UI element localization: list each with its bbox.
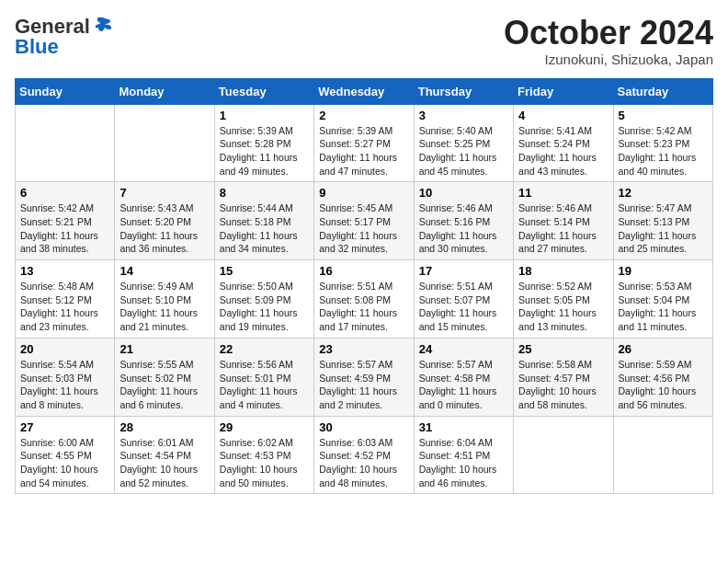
day-info: Sunrise: 5:47 AM Sunset: 5:13 PM Dayligh… — [619, 201, 708, 256]
sunrise-text: Sunrise: 5:45 AM — [319, 202, 392, 213]
daylight-text: Daylight: 10 hours and 58 minutes. — [518, 385, 597, 410]
day-number: 27 — [20, 420, 109, 434]
day-number: 25 — [518, 342, 608, 356]
table-row — [16, 104, 115, 182]
day-number: 6 — [20, 186, 109, 200]
sunset-text: Sunset: 5:10 PM — [119, 294, 191, 305]
sunrise-text: Sunrise: 5:56 AM — [220, 359, 293, 370]
day-info: Sunrise: 5:58 AM Sunset: 4:57 PM Dayligh… — [518, 358, 608, 412]
table-row — [613, 416, 712, 494]
sunrise-text: Sunrise: 6:04 AM — [419, 437, 493, 448]
sunrise-text: Sunrise: 5:42 AM — [20, 202, 94, 213]
daylight-text: Daylight: 11 hours and 15 minutes. — [419, 307, 497, 332]
day-number: 3 — [419, 109, 508, 122]
day-info: Sunrise: 5:50 AM Sunset: 5:09 PM Dayligh… — [220, 280, 309, 334]
sunset-text: Sunset: 4:53 PM — [220, 450, 291, 461]
day-info: Sunrise: 5:45 AM Sunset: 5:17 PM Dayligh… — [319, 201, 408, 256]
daylight-text: Daylight: 11 hours and 23 minutes. — [20, 307, 98, 332]
sunset-text: Sunset: 4:56 PM — [619, 373, 690, 384]
sunset-text: Sunset: 5:24 PM — [518, 138, 590, 149]
table-row: 9 Sunrise: 5:45 AM Sunset: 5:17 PM Dayli… — [314, 182, 414, 260]
day-info: Sunrise: 5:57 AM Sunset: 4:58 PM Dayligh… — [419, 358, 508, 412]
sunset-text: Sunset: 4:59 PM — [319, 373, 391, 384]
sunset-text: Sunset: 4:54 PM — [119, 450, 191, 461]
day-number: 19 — [619, 264, 708, 278]
sunrise-text: Sunrise: 5:42 AM — [619, 125, 692, 136]
table-row: 14 Sunrise: 5:49 AM Sunset: 5:10 PM Dayl… — [115, 260, 214, 339]
logo-blue-text: Blue — [15, 35, 59, 59]
logo: General Blue — [15, 15, 112, 59]
col-thursday: Thursday — [414, 78, 513, 104]
calendar-header-row: Sunday Monday Tuesday Wednesday Thursday… — [16, 78, 713, 104]
table-row: 15 Sunrise: 5:50 AM Sunset: 5:09 PM Dayl… — [214, 260, 313, 339]
sunset-text: Sunset: 5:28 PM — [220, 138, 291, 149]
table-row: 11 Sunrise: 5:46 AM Sunset: 5:14 PM Dayl… — [514, 182, 613, 260]
col-friday: Friday — [514, 78, 613, 104]
table-row: 3 Sunrise: 5:40 AM Sunset: 5:25 PM Dayli… — [414, 104, 513, 182]
day-info: Sunrise: 5:49 AM Sunset: 5:10 PM Dayligh… — [119, 280, 209, 334]
sunrise-text: Sunrise: 5:52 AM — [518, 281, 592, 292]
sunrise-text: Sunrise: 5:55 AM — [119, 359, 193, 370]
daylight-text: Daylight: 10 hours and 56 minutes. — [619, 385, 697, 410]
daylight-text: Daylight: 11 hours and 32 minutes. — [319, 230, 397, 255]
day-info: Sunrise: 5:56 AM Sunset: 5:01 PM Dayligh… — [220, 358, 309, 412]
daylight-text: Daylight: 11 hours and 34 minutes. — [220, 230, 298, 255]
sunrise-text: Sunrise: 6:02 AM — [220, 437, 293, 448]
sunrise-text: Sunrise: 5:57 AM — [319, 359, 392, 370]
sunset-text: Sunset: 5:12 PM — [20, 294, 92, 305]
page-header: General Blue October 2024 Izunokuni, Shi… — [15, 15, 713, 67]
day-info: Sunrise: 5:51 AM Sunset: 5:07 PM Dayligh… — [419, 280, 508, 334]
sunset-text: Sunset: 5:01 PM — [220, 373, 291, 384]
sunset-text: Sunset: 5:25 PM — [419, 138, 491, 149]
daylight-text: Daylight: 11 hours and 13 minutes. — [518, 307, 597, 332]
table-row — [115, 104, 214, 182]
daylight-text: Daylight: 11 hours and 11 minutes. — [619, 307, 697, 332]
day-info: Sunrise: 5:52 AM Sunset: 5:05 PM Dayligh… — [518, 280, 608, 334]
daylight-text: Daylight: 11 hours and 4 minutes. — [220, 385, 298, 410]
sunset-text: Sunset: 5:20 PM — [119, 216, 191, 227]
daylight-text: Daylight: 11 hours and 30 minutes. — [419, 230, 497, 255]
day-number: 31 — [419, 420, 508, 434]
sunrise-text: Sunrise: 5:49 AM — [119, 281, 193, 292]
table-row: 2 Sunrise: 5:39 AM Sunset: 5:27 PM Dayli… — [314, 104, 414, 182]
table-row: 21 Sunrise: 5:55 AM Sunset: 5:02 PM Dayl… — [115, 338, 214, 416]
sunrise-text: Sunrise: 5:40 AM — [419, 125, 493, 136]
sunrise-text: Sunrise: 5:39 AM — [220, 125, 293, 136]
daylight-text: Daylight: 11 hours and 38 minutes. — [20, 230, 98, 255]
table-row — [514, 416, 613, 494]
sunset-text: Sunset: 5:16 PM — [419, 216, 491, 227]
calendar-week-row: 27 Sunrise: 6:00 AM Sunset: 4:55 PM Dayl… — [16, 416, 713, 494]
sunrise-text: Sunrise: 5:46 AM — [518, 202, 592, 213]
day-info: Sunrise: 5:42 AM Sunset: 5:21 PM Dayligh… — [20, 201, 109, 256]
table-row: 8 Sunrise: 5:44 AM Sunset: 5:18 PM Dayli… — [214, 182, 313, 260]
col-saturday: Saturday — [613, 78, 712, 104]
sunrise-text: Sunrise: 5:50 AM — [220, 281, 293, 292]
day-info: Sunrise: 6:01 AM Sunset: 4:54 PM Dayligh… — [119, 436, 209, 490]
day-number: 8 — [220, 186, 309, 200]
table-row: 5 Sunrise: 5:42 AM Sunset: 5:23 PM Dayli… — [613, 104, 712, 182]
sunset-text: Sunset: 4:58 PM — [419, 373, 491, 384]
sunrise-text: Sunrise: 6:03 AM — [319, 437, 392, 448]
day-number: 4 — [518, 109, 608, 122]
daylight-text: Daylight: 11 hours and 47 minutes. — [319, 152, 397, 177]
col-tuesday: Tuesday — [214, 78, 313, 104]
table-row: 27 Sunrise: 6:00 AM Sunset: 4:55 PM Dayl… — [16, 416, 115, 494]
daylight-text: Daylight: 11 hours and 40 minutes. — [619, 152, 697, 177]
day-number: 15 — [220, 264, 309, 278]
day-info: Sunrise: 5:57 AM Sunset: 4:59 PM Dayligh… — [319, 358, 408, 412]
day-number: 7 — [119, 186, 209, 200]
sunrise-text: Sunrise: 5:43 AM — [119, 202, 193, 213]
sunrise-text: Sunrise: 6:00 AM — [20, 437, 94, 448]
sunset-text: Sunset: 5:17 PM — [319, 216, 391, 227]
sunrise-text: Sunrise: 5:59 AM — [619, 359, 692, 370]
daylight-text: Daylight: 10 hours and 54 minutes. — [20, 464, 98, 488]
sunset-text: Sunset: 4:55 PM — [20, 450, 92, 461]
day-number: 17 — [419, 264, 508, 278]
day-number: 26 — [619, 342, 708, 356]
sunrise-text: Sunrise: 5:51 AM — [419, 281, 493, 292]
table-row: 31 Sunrise: 6:04 AM Sunset: 4:51 PM Dayl… — [414, 416, 513, 494]
table-row: 1 Sunrise: 5:39 AM Sunset: 5:28 PM Dayli… — [214, 104, 313, 182]
daylight-text: Daylight: 11 hours and 21 minutes. — [119, 307, 198, 332]
sunrise-text: Sunrise: 5:51 AM — [319, 281, 392, 292]
sunset-text: Sunset: 5:21 PM — [20, 216, 92, 227]
